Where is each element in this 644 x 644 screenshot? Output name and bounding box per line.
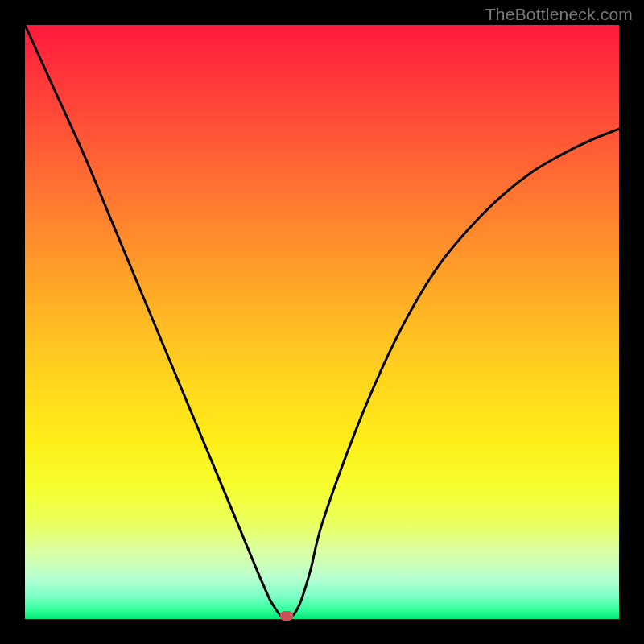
bottleneck-marker xyxy=(279,611,293,621)
chart-plot-area xyxy=(25,25,619,619)
watermark-text: TheBottleneck.com xyxy=(485,5,633,24)
bottleneck-curve xyxy=(25,25,619,619)
